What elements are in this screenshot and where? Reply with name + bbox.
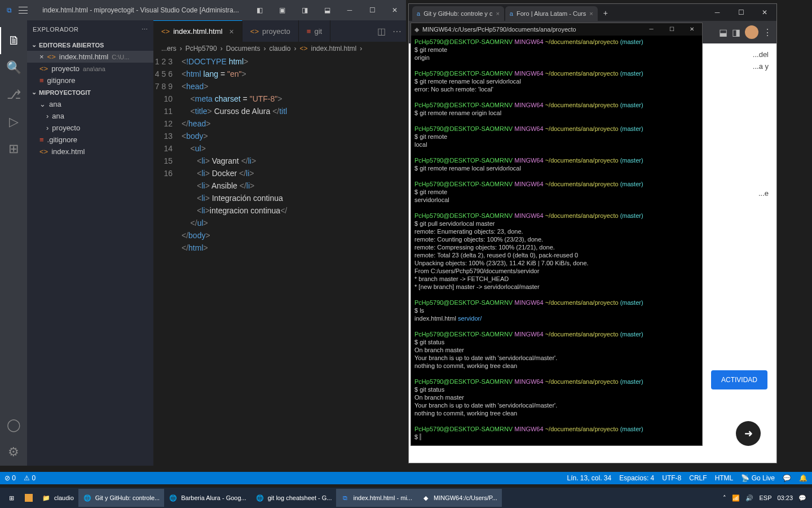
activity-bar: 🗎 🔍 ⎇ ▷ ⊞ ◯ ⚙ bbox=[0, 20, 27, 466]
status-errors[interactable]: ⊘ 0 bbox=[5, 474, 16, 482]
tray-chevron-icon[interactable]: ˄ bbox=[723, 494, 726, 502]
menu-button[interactable] bbox=[19, 7, 28, 14]
project-section[interactable]: ⌄ MIPROYECTOGIT bbox=[27, 86, 153, 98]
panel-right-icon[interactable]: ◨ bbox=[293, 0, 316, 20]
file-item[interactable]: <> index.html bbox=[27, 146, 153, 157]
debug-icon[interactable]: ▷ bbox=[0, 108, 27, 135]
taskbar-gitbash[interactable]: ◆MINGW64:/c/Users/P... bbox=[417, 489, 502, 507]
editor-tab[interactable]: <> index.html.html × bbox=[153, 20, 242, 42]
taskbar-chrome[interactable]: 🌐Git y GitHub: controle... bbox=[78, 489, 164, 507]
close-icon[interactable]: × bbox=[496, 10, 499, 17]
status-spaces[interactable]: Espacios: 4 bbox=[619, 474, 654, 482]
close-icon[interactable]: × bbox=[589, 10, 593, 17]
tray-time[interactable]: 03:23 bbox=[777, 494, 793, 501]
folder-item[interactable]: ⌄ ana bbox=[27, 98, 153, 110]
code-area[interactable]: 1 2 3 4 5 6 7 8 9 10 11 12 13 14 15 16 <… bbox=[153, 55, 406, 466]
minimize-button[interactable]: ─ bbox=[705, 4, 729, 21]
editor: <> index.html.html × <> proyecto ≡ git ◫… bbox=[153, 20, 406, 466]
taskbar-label: git log cheatsheet - G... bbox=[268, 494, 332, 501]
layout-icon[interactable]: ⬓ bbox=[316, 0, 338, 20]
breadcrumb[interactable]: ...ers › PcHp5790 › Documents › claudio … bbox=[153, 42, 406, 55]
folder-item[interactable]: › proyecto bbox=[27, 122, 153, 134]
open-editor-item[interactable]: × <> index.html.html C:\U... bbox=[27, 51, 153, 63]
git-icon: ≡ bbox=[307, 27, 311, 36]
close-button[interactable]: ✕ bbox=[753, 4, 776, 21]
breadcrumb-item[interactable]: ...ers bbox=[161, 45, 176, 52]
open-editor-item[interactable]: <> proyecto ana\ana bbox=[27, 63, 153, 75]
menu-icon[interactable]: ⋮ bbox=[763, 27, 772, 38]
fab-button[interactable]: ➜ bbox=[736, 421, 761, 446]
html-icon: <> bbox=[299, 45, 307, 52]
status-bell-icon[interactable]: 🔔 bbox=[799, 474, 807, 482]
html-icon: <> bbox=[47, 52, 56, 61]
tray-wifi-icon[interactable]: 📶 bbox=[732, 494, 740, 502]
panel-bottom-icon[interactable]: ▣ bbox=[271, 0, 293, 20]
breadcrumb-item[interactable]: Documents bbox=[226, 45, 261, 52]
file-name: .gitignore bbox=[47, 135, 77, 144]
activity-button[interactable]: ACTIVIDAD bbox=[711, 370, 767, 389]
maximize-button[interactable]: ☐ bbox=[661, 23, 682, 36]
extension-icon[interactable]: ⬓ bbox=[719, 27, 727, 38]
chrome-tab[interactable]: a Foro | Alura Latam - Curs × bbox=[505, 6, 598, 21]
panel-left-icon[interactable]: ◧ bbox=[248, 0, 271, 20]
new-tab-button[interactable]: + bbox=[599, 6, 612, 21]
status-eol[interactable]: CRLF bbox=[689, 474, 707, 482]
minimize-button[interactable]: ─ bbox=[338, 0, 361, 20]
status-lang[interactable]: HTML bbox=[715, 474, 734, 482]
account-icon[interactable]: ◯ bbox=[0, 411, 27, 439]
project-label: MIPROYECTOGIT bbox=[39, 89, 91, 96]
more-icon[interactable]: ⋯ bbox=[392, 26, 401, 37]
taskbar-chrome[interactable]: 🌐Barberia Alura - Goog... bbox=[164, 489, 251, 507]
open-editors-section[interactable]: ⌄ EDITORES ABIERTOS bbox=[27, 39, 153, 51]
folder-item[interactable]: › ana bbox=[27, 110, 153, 122]
extensions-icon[interactable]: ⊞ bbox=[0, 135, 27, 163]
side-panel-icon[interactable]: ◨ bbox=[732, 27, 740, 38]
avatar[interactable] bbox=[745, 25, 758, 39]
tab-label: index.html.html bbox=[173, 27, 222, 36]
settings-icon[interactable]: ⚙ bbox=[0, 439, 27, 466]
folder-name: proyecto bbox=[52, 124, 80, 132]
file-item[interactable]: ≡ .gitignore bbox=[27, 134, 153, 146]
breadcrumb-item[interactable]: PcHp5790 bbox=[186, 45, 217, 52]
tray-notif-icon[interactable]: 💬 bbox=[798, 494, 806, 502]
breadcrumb-item[interactable]: index.html.html bbox=[311, 45, 356, 52]
search-icon[interactable]: 🔍 bbox=[0, 54, 27, 81]
term-body[interactable]: PcHp5790@DESKTOP-SAOMRNV MINGW64 ~/docum… bbox=[411, 36, 702, 445]
taskbar-folder[interactable]: 📁claudio bbox=[37, 489, 78, 507]
status-golive[interactable]: 📡 Go Live bbox=[741, 474, 775, 482]
code-text[interactable]: <!DOCTYPE html> <html lang = "en"> <head… bbox=[182, 55, 406, 466]
minimize-button[interactable]: ─ bbox=[641, 23, 661, 36]
open-editor-item[interactable]: ≡ gitignore bbox=[27, 75, 153, 86]
close-button[interactable]: ✕ bbox=[383, 0, 406, 20]
file-name: proyecto bbox=[51, 64, 80, 73]
explorer-icon[interactable]: 🗎 bbox=[0, 27, 27, 54]
more-icon[interactable]: ⋯ bbox=[142, 26, 148, 33]
taskbar-chrome[interactable]: 🌐git log cheatsheet - G... bbox=[251, 489, 337, 507]
status-warnings[interactable]: ⚠ 0 bbox=[24, 474, 36, 482]
editor-tab[interactable]: ≡ git bbox=[299, 20, 330, 42]
term-titlebar: ◆ MINGW64:/c/Users/PcHp5790/documents/an… bbox=[411, 23, 702, 36]
close-icon[interactable]: × bbox=[230, 27, 234, 36]
tray-volume-icon[interactable]: 🔊 bbox=[745, 494, 753, 502]
maximize-button[interactable]: ☐ bbox=[729, 4, 753, 21]
status-position[interactable]: Lín. 13, col. 34 bbox=[567, 474, 612, 482]
tab-label: proyecto bbox=[262, 27, 290, 36]
editor-tab[interactable]: <> proyecto bbox=[242, 20, 299, 42]
status-encoding[interactable]: UTF-8 bbox=[662, 474, 681, 482]
taskbar-vscode[interactable]: ⧉index.html.html - mi... bbox=[336, 489, 417, 507]
chrome-tab[interactable]: a Git y GitHub: controle y c × bbox=[412, 6, 504, 21]
breadcrumb-item[interactable]: claudio bbox=[269, 45, 290, 52]
source-control-icon[interactable]: ⎇ bbox=[0, 81, 27, 108]
tab-title: Foro | Alura Latam - Curs bbox=[517, 10, 586, 17]
term-title: MINGW64:/c/Users/PcHp5790/documents/ana/… bbox=[422, 25, 576, 33]
start-button[interactable]: ⊞ bbox=[2, 489, 20, 507]
taskbar-app[interactable] bbox=[20, 489, 37, 507]
tray-lang[interactable]: ESP bbox=[759, 494, 771, 501]
close-icon[interactable]: × bbox=[39, 52, 44, 61]
taskbar-label: claudio bbox=[54, 494, 74, 501]
split-icon[interactable]: ◫ bbox=[377, 26, 386, 37]
maximize-button[interactable]: ☐ bbox=[361, 0, 383, 20]
status-feedback-icon[interactable]: 💬 bbox=[783, 474, 791, 482]
file-name: gitignore bbox=[47, 76, 76, 85]
close-button[interactable]: ✕ bbox=[682, 23, 702, 36]
